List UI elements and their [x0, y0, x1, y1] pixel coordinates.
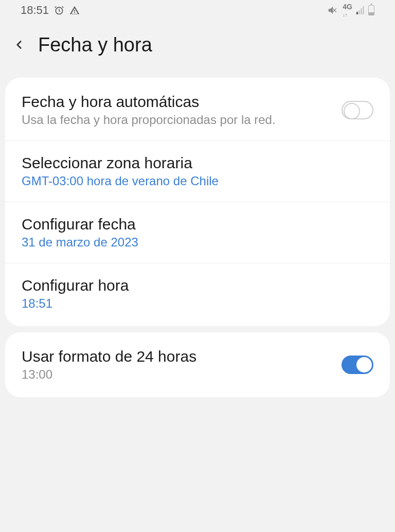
setting-set-date[interactable]: Configurar fecha 31 de marzo de 2023 — [5, 202, 390, 263]
toggle-24h-format[interactable] — [342, 356, 373, 374]
setting-value: GMT-03:00 hora de verano de Chile — [22, 174, 373, 188]
status-left: 18:51 — [21, 4, 80, 17]
network-type: 4G↓↑ — [343, 3, 352, 17]
setting-timezone[interactable]: Seleccionar zona horaria GMT-03:00 hora … — [5, 141, 390, 202]
setting-subtitle: Usa la fecha y hora proporcionadas por l… — [22, 113, 342, 127]
warning-icon — [69, 5, 80, 15]
setting-value: 18:51 — [22, 296, 373, 311]
setting-title: Seleccionar zona horaria — [22, 154, 373, 172]
setting-title: Configurar hora — [22, 277, 373, 294]
setting-auto-datetime[interactable]: Fecha y hora automáticas Usa la fecha y … — [5, 80, 390, 141]
status-right: 4G↓↑ — [327, 3, 374, 17]
setting-title: Usar formato de 24 horas — [22, 348, 342, 365]
setting-subtitle: 13:00 — [22, 367, 342, 382]
battery-icon — [368, 5, 374, 15]
status-time: 18:51 — [21, 4, 49, 17]
settings-card-main: Fecha y hora automáticas Usa la fecha y … — [5, 78, 390, 326]
page-header: Fecha y hora — [0, 21, 395, 72]
setting-24h-format[interactable]: Usar formato de 24 horas 13:00 — [5, 334, 390, 395]
setting-title: Fecha y hora automáticas — [22, 93, 342, 111]
back-button[interactable] — [12, 34, 26, 56]
setting-set-time[interactable]: Configurar hora 18:51 — [5, 263, 390, 324]
toggle-auto-datetime[interactable] — [342, 101, 373, 119]
signal-icon — [356, 6, 364, 14]
status-bar: 18:51 4G↓↑ — [0, 0, 395, 21]
settings-card-format: Usar formato de 24 horas 13:00 — [5, 332, 390, 397]
alarm-icon — [54, 5, 64, 15]
mute-vibrate-icon — [327, 5, 338, 16]
setting-value: 31 de marzo de 2023 — [22, 235, 373, 250]
page-title: Fecha y hora — [38, 34, 152, 56]
setting-title: Configurar fecha — [22, 216, 373, 233]
